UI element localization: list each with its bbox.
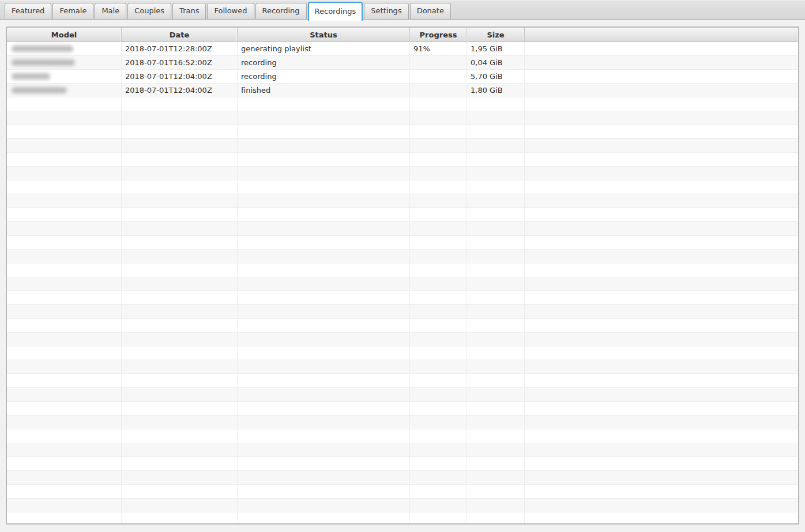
header-cell-status[interactable]: Status bbox=[238, 28, 410, 41]
table-row[interactable] bbox=[7, 194, 798, 208]
table-row[interactable] bbox=[7, 319, 798, 333]
table-row[interactable] bbox=[7, 499, 798, 512]
table-row[interactable] bbox=[7, 471, 798, 485]
cell-size bbox=[467, 194, 525, 208]
cell-size bbox=[467, 416, 525, 429]
app-window: { "tabs": { "active": "Recordings", "ite… bbox=[0, 0, 805, 532]
cell-progress bbox=[410, 222, 467, 236]
cell-date: 2018-07-01T16:52:00Z bbox=[122, 56, 238, 70]
table-row[interactable]: 2018-07-01T12:04:00Zfinished1,80 GiB bbox=[7, 84, 798, 97]
tab-followed[interactable]: Followed bbox=[207, 3, 254, 19]
cell-progress bbox=[410, 125, 467, 139]
table-row[interactable] bbox=[7, 236, 798, 250]
table-row[interactable] bbox=[7, 277, 798, 291]
header-cell-filler bbox=[525, 28, 798, 41]
cell-progress bbox=[410, 346, 467, 360]
tab-male[interactable]: Male bbox=[95, 3, 126, 19]
table-row[interactable] bbox=[7, 429, 798, 443]
table-row[interactable] bbox=[7, 512, 798, 525]
table-row[interactable] bbox=[7, 485, 798, 499]
cell-model bbox=[7, 457, 122, 471]
tab-settings[interactable]: Settings bbox=[364, 3, 408, 19]
cell-progress bbox=[410, 153, 467, 167]
table-row[interactable] bbox=[7, 125, 798, 139]
cell-status bbox=[238, 208, 410, 222]
table-row[interactable] bbox=[7, 457, 798, 471]
tab-featured[interactable]: Featured bbox=[5, 3, 51, 19]
cell-model bbox=[7, 56, 122, 70]
cell-filler bbox=[525, 346, 798, 360]
cell-filler bbox=[525, 125, 798, 139]
cell-date bbox=[122, 153, 238, 167]
cell-size bbox=[467, 208, 525, 222]
tab-trans[interactable]: Trans bbox=[172, 3, 206, 19]
table-row[interactable]: 2018-07-01T12:04:00Zrecording5,70 GiB bbox=[7, 70, 798, 84]
cell-progress bbox=[410, 180, 467, 194]
cell-status bbox=[238, 153, 410, 167]
table-row[interactable] bbox=[7, 346, 798, 360]
cell-status bbox=[238, 443, 410, 457]
tab-couples[interactable]: Couples bbox=[127, 3, 171, 19]
table-row[interactable] bbox=[7, 111, 798, 125]
table-row[interactable] bbox=[7, 208, 798, 222]
table-row[interactable] bbox=[7, 139, 798, 153]
table-row[interactable]: 2018-07-01T12:28:00Zgenerating playlist9… bbox=[7, 42, 798, 56]
tab-recordings[interactable]: Recordings bbox=[308, 2, 363, 21]
tab-recording[interactable]: Recording bbox=[255, 3, 307, 19]
cell-progress bbox=[410, 416, 467, 429]
table-row[interactable] bbox=[7, 305, 798, 319]
cell-size bbox=[467, 471, 525, 485]
cell-progress bbox=[410, 402, 467, 416]
cell-date: 2018-07-01T12:04:00Z bbox=[122, 84, 238, 97]
table-row[interactable] bbox=[7, 416, 798, 429]
table-row[interactable] bbox=[7, 153, 798, 167]
cell-status bbox=[238, 97, 410, 111]
cell-filler bbox=[525, 429, 798, 443]
table-row[interactable] bbox=[7, 180, 798, 194]
redacted-model-name bbox=[12, 59, 75, 66]
cell-date bbox=[122, 471, 238, 485]
cell-date bbox=[122, 97, 238, 111]
cell-filler bbox=[525, 167, 798, 180]
table-row[interactable] bbox=[7, 360, 798, 374]
tab-female[interactable]: Female bbox=[52, 3, 93, 19]
table-row[interactable] bbox=[7, 263, 798, 277]
table-row[interactable] bbox=[7, 291, 798, 305]
header-cell-size[interactable]: Size bbox=[467, 28, 525, 41]
cell-filler bbox=[525, 70, 798, 84]
cell-model bbox=[7, 70, 122, 84]
cell-status bbox=[238, 360, 410, 374]
table-row[interactable] bbox=[7, 167, 798, 180]
cell-filler bbox=[525, 277, 798, 291]
cell-date bbox=[122, 346, 238, 360]
table-row[interactable] bbox=[7, 250, 798, 263]
cell-size bbox=[467, 222, 525, 236]
cell-model bbox=[7, 360, 122, 374]
table-row[interactable] bbox=[7, 222, 798, 236]
table-row[interactable] bbox=[7, 443, 798, 457]
cell-model bbox=[7, 388, 122, 402]
header-cell-date[interactable]: Date bbox=[122, 28, 238, 41]
cell-size bbox=[467, 180, 525, 194]
table-row[interactable] bbox=[7, 333, 798, 346]
cell-progress bbox=[410, 305, 467, 319]
tab-donate[interactable]: Donate bbox=[410, 3, 451, 19]
table-row[interactable] bbox=[7, 374, 798, 388]
cell-filler bbox=[525, 457, 798, 471]
cell-size bbox=[467, 512, 525, 525]
cell-progress bbox=[410, 457, 467, 471]
cell-filler bbox=[525, 236, 798, 250]
cell-status bbox=[238, 429, 410, 443]
cell-filler bbox=[525, 512, 798, 525]
cell-size bbox=[467, 457, 525, 471]
cell-date bbox=[122, 416, 238, 429]
cell-progress bbox=[410, 443, 467, 457]
header-cell-model[interactable]: Model bbox=[7, 28, 122, 41]
cell-status: finished bbox=[238, 84, 410, 97]
table-row[interactable] bbox=[7, 388, 798, 402]
cell-date bbox=[122, 291, 238, 305]
table-row[interactable] bbox=[7, 402, 798, 416]
table-row[interactable] bbox=[7, 97, 798, 111]
header-cell-progress[interactable]: Progress bbox=[410, 28, 467, 41]
table-row[interactable]: 2018-07-01T16:52:00Zrecording0,04 GiB bbox=[7, 56, 798, 70]
